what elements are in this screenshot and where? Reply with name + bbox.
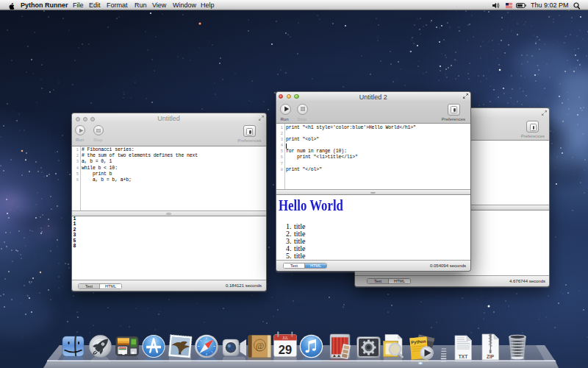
svg-text:@: @ [256,341,265,351]
svg-text:29: 29 [279,343,292,356]
svg-text:JUL: JUL [282,336,289,340]
svg-text:ZIP: ZIP [487,354,495,359]
svg-text:TXT: TXT [459,354,467,359]
